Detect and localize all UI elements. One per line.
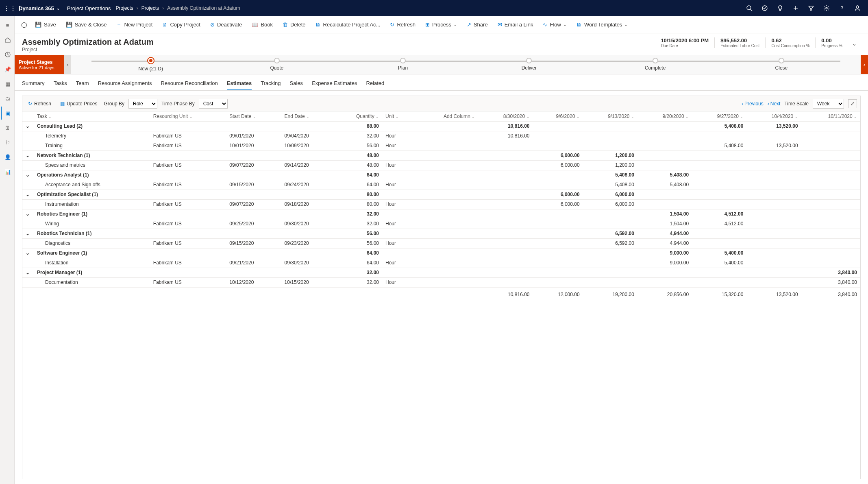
- tab-related[interactable]: Related: [366, 78, 384, 90]
- chevron-down-icon[interactable]: ⌄: [26, 270, 30, 275]
- groupby-select[interactable]: Role: [128, 99, 157, 109]
- nav-pinned-icon[interactable]: 📌: [1, 63, 14, 76]
- group-row[interactable]: ⌄Project Manager (1)32.003,840.00: [22, 268, 860, 277]
- group-row[interactable]: ⌄Robotics Engineer (1)32.001,504.004,512…: [22, 209, 860, 219]
- delete-button[interactable]: 🗑Delete: [278, 20, 310, 29]
- tab-resource-reconciliation[interactable]: Resource Reconciliation: [161, 78, 218, 90]
- flow-button[interactable]: ∿Flow ⌄: [539, 20, 570, 29]
- nav-recent-icon[interactable]: [1, 48, 14, 61]
- recalculate-button[interactable]: 🗎Recalculate Project Ac...: [311, 20, 385, 29]
- book-button[interactable]: 📖Book: [248, 20, 277, 29]
- new-project-button[interactable]: ＋New Project: [112, 20, 157, 30]
- tab-tasks[interactable]: Tasks: [54, 78, 67, 90]
- process-button[interactable]: ⊞Process ⌄: [421, 20, 461, 29]
- update-prices-button[interactable]: ▦Update Prices: [58, 99, 100, 108]
- timescale-select[interactable]: Week: [813, 99, 844, 109]
- col-header[interactable]: Resourcing Unit ⌄: [150, 111, 226, 121]
- expand-grid-icon[interactable]: ⤢: [848, 99, 857, 108]
- nav-item-3-icon[interactable]: 🗓: [1, 121, 14, 134]
- add-icon[interactable]: [788, 0, 803, 16]
- stage-5[interactable]: Close: [718, 55, 844, 74]
- chevron-down-icon[interactable]: ⌄: [26, 192, 30, 197]
- stage-4[interactable]: Complete: [592, 55, 718, 74]
- deactivate-button[interactable]: ⊘Deactivate: [206, 20, 246, 29]
- group-row[interactable]: ⌄Operations Analyst (1)64.005,408.005,40…: [22, 170, 860, 180]
- gear-icon[interactable]: [819, 0, 834, 16]
- expand-header-icon[interactable]: ⌄: [848, 37, 861, 50]
- group-row[interactable]: ⌄Robotics Technician (1)56.006,592.004,9…: [22, 229, 860, 238]
- col-header[interactable]: End Date ⌄: [281, 111, 334, 121]
- share-button[interactable]: ↗Share: [463, 20, 492, 29]
- table-row[interactable]: Acceptance and Sign offsFabrikam US09/15…: [22, 180, 860, 190]
- group-row[interactable]: ⌄Optimization Specialist (1)80.006,000.0…: [22, 190, 860, 199]
- chevron-down-icon[interactable]: ⌄: [26, 172, 30, 178]
- table-row[interactable]: TelemetryFabrikam US09/01/202009/04/2020…: [22, 131, 860, 141]
- lightbulb-icon[interactable]: [773, 0, 788, 16]
- col-header[interactable]: Start Date ⌄: [226, 111, 281, 121]
- nav-menu-icon[interactable]: ≡: [1, 19, 14, 32]
- refresh-button[interactable]: ↻Refresh: [386, 20, 420, 29]
- nav-item-6-icon[interactable]: 📊: [1, 165, 14, 178]
- nav-item-active-icon[interactable]: ▣: [1, 107, 14, 120]
- user-icon[interactable]: [850, 0, 865, 16]
- tab-estimates[interactable]: Estimates: [227, 78, 252, 90]
- chevron-down-icon[interactable]: ⌄: [26, 123, 30, 129]
- crumb-1[interactable]: Projects: [141, 5, 159, 11]
- col-header[interactable]: 9/13/2020 ⌄: [583, 111, 637, 121]
- chevron-down-icon[interactable]: ⌄: [26, 231, 30, 236]
- crumb-0[interactable]: Projects: [115, 5, 133, 11]
- assistant-icon[interactable]: [757, 0, 772, 16]
- col-header[interactable]: Unit ⌄: [382, 111, 415, 121]
- nav-item-2-icon[interactable]: 🗂: [1, 92, 14, 105]
- module-name[interactable]: Project Operations: [62, 5, 116, 11]
- group-row[interactable]: ⌄Network Technician (1)48.006,000.001,20…: [22, 150, 860, 160]
- table-row[interactable]: InstallationFabrikam US09/21/202009/30/2…: [22, 258, 860, 268]
- app-launcher-icon[interactable]: ⋮⋮⋮: [3, 4, 16, 12]
- nav-item-4-icon[interactable]: ⚐: [1, 136, 14, 149]
- filter-icon[interactable]: [804, 0, 818, 16]
- copy-project-button[interactable]: 🗎Copy Project: [158, 20, 204, 29]
- save-button[interactable]: 💾Save: [31, 20, 60, 29]
- stages-next-icon[interactable]: ›: [861, 55, 868, 74]
- tab-summary[interactable]: Summary: [22, 78, 45, 90]
- prev-period-button[interactable]: ‹ Previous: [742, 101, 764, 107]
- col-header[interactable]: 9/6/2020 ⌄: [533, 111, 583, 121]
- stage-2[interactable]: Plan: [340, 55, 466, 74]
- stages-prev-icon[interactable]: ‹: [64, 55, 71, 74]
- chevron-down-icon[interactable]: ⌄: [26, 211, 30, 217]
- col-header[interactable]: 9/27/2020 ⌄: [692, 111, 746, 121]
- word-templates-button[interactable]: 🗎Word Templates ⌄: [572, 20, 632, 29]
- tab-resource-assignments[interactable]: Resource Assignments: [98, 78, 152, 90]
- table-row[interactable]: TrainingFabrikam US10/01/202010/09/20205…: [22, 141, 860, 150]
- col-header[interactable]: 8/30/2020 ⌄: [478, 111, 533, 121]
- back-icon[interactable]: ◯: [19, 20, 29, 30]
- tab-expense-estimates[interactable]: Expense Estimates: [312, 78, 357, 90]
- save-close-button[interactable]: 💾Save & Close: [62, 20, 111, 29]
- nav-item-5-icon[interactable]: 👤: [1, 150, 14, 164]
- next-period-button[interactable]: › Next: [768, 101, 781, 107]
- nav-home-icon[interactable]: [1, 33, 14, 46]
- help-icon[interactable]: [835, 0, 849, 16]
- brand-link[interactable]: Dynamics 365 ⌄: [16, 5, 62, 11]
- table-row[interactable]: Specs and metricsFabrikam US09/07/202009…: [22, 160, 860, 170]
- table-row[interactable]: InstrumentationFabrikam US09/07/202009/1…: [22, 199, 860, 209]
- col-header[interactable]: 9/20/2020 ⌄: [637, 111, 692, 121]
- col-header[interactable]: 10/11/2020 ⌄: [801, 111, 860, 121]
- stage-0[interactable]: New (21 D): [87, 55, 213, 74]
- chevron-down-icon[interactable]: ⌄: [26, 153, 30, 158]
- chevron-down-icon[interactable]: ⌄: [26, 250, 30, 256]
- col-header[interactable]: Task ⌄: [34, 111, 150, 121]
- group-row[interactable]: ⌄Consulting Lead (2)88.0010,816.005,408.…: [22, 121, 860, 131]
- tab-tracking[interactable]: Tracking: [261, 78, 281, 90]
- tab-sales[interactable]: Sales: [290, 78, 303, 90]
- tab-team[interactable]: Team: [76, 78, 89, 90]
- search-icon[interactable]: [742, 0, 757, 16]
- email-link-button[interactable]: ✉Email a Link: [494, 20, 537, 29]
- grid-refresh-button[interactable]: ↻Refresh: [26, 99, 54, 108]
- col-header[interactable]: Add Column ⌄: [415, 111, 478, 121]
- stage-1[interactable]: Quote: [214, 55, 340, 74]
- col-header[interactable]: 10/4/2020 ⌄: [746, 111, 801, 121]
- col-header[interactable]: Quantity ⌄: [333, 111, 382, 121]
- table-row[interactable]: DocumentationFabrikam US10/12/202010/15/…: [22, 277, 860, 287]
- timephase-select[interactable]: Cost: [199, 99, 228, 109]
